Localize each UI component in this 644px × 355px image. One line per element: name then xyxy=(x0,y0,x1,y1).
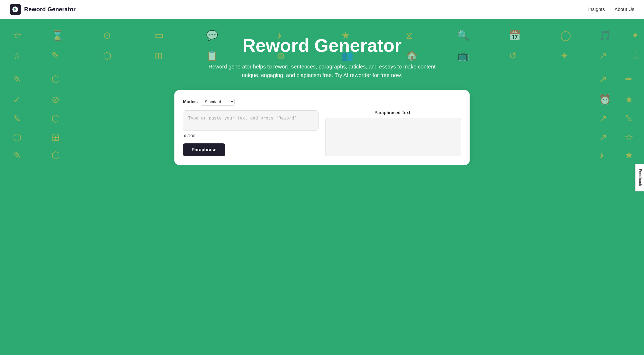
bg-icon: ⬡ xyxy=(52,150,60,160)
bg-icon: ⬡ xyxy=(52,74,60,84)
char-count-current: 0 xyxy=(184,133,186,138)
char-count-max: /200 xyxy=(187,133,195,138)
brand-logo xyxy=(10,4,21,15)
paraphrase-button[interactable]: Paraphrase xyxy=(183,143,225,156)
nav-links: Insights About Us xyxy=(588,7,634,12)
bg-icon: ⬡ xyxy=(13,133,21,142)
logo-icon xyxy=(12,6,19,13)
editor-columns: 0 /200 Paraphrase Paraphrased Text: xyxy=(183,110,461,156)
bg-icon: ★ xyxy=(625,150,633,160)
input-textarea[interactable] xyxy=(183,110,319,131)
main-card: Modes: Standard Fluency Creative Formal … xyxy=(174,90,470,165)
modes-row: Modes: Standard Fluency Creative Formal … xyxy=(183,98,461,106)
input-panel: 0 /200 Paraphrase xyxy=(183,110,319,156)
hero-title: Reword Generator xyxy=(5,35,639,56)
bg-icon: ✎ xyxy=(625,114,633,124)
svg-point-0 xyxy=(14,9,16,10)
nav-about-us[interactable]: About Us xyxy=(614,7,634,12)
feedback-tab[interactable]: Feedback xyxy=(635,164,644,191)
bg-icon: ↗ xyxy=(599,114,607,124)
bg-icon: ★ xyxy=(625,95,633,104)
hero-section: ☆⌛⊙▭💬♪★⧖🔍📅◯🎵✦☆✎⬡⊞📋⊕👥🏠📺↺✦↗☆✎⬡✓⊘✎⬡↗✒⏰★↗✎⬡⊞… xyxy=(0,19,644,165)
char-count: 0 /200 xyxy=(183,133,319,138)
bg-icon: ✓ xyxy=(13,95,21,104)
bg-icon: ✎ xyxy=(13,150,21,160)
bg-icon: ⏰ xyxy=(599,95,611,104)
bg-icon: ↗ xyxy=(599,133,607,142)
bg-icon: ↗ xyxy=(599,74,607,84)
output-textarea[interactable] xyxy=(325,118,461,156)
navbar: Reword Generator Insights About Us xyxy=(0,0,644,19)
hero-bottom xyxy=(0,165,644,186)
bg-icon: ♪ xyxy=(599,150,604,160)
brand: Reword Generator xyxy=(10,4,76,15)
bg-icon: ✒ xyxy=(625,74,633,84)
bg-icon: ☆ xyxy=(625,133,633,142)
hero-subtitle: Reword generator helps to reword sentenc… xyxy=(201,62,443,79)
bg-icon: ✎ xyxy=(13,74,21,84)
output-label: Paraphrased Text: xyxy=(325,110,461,115)
modes-label: Modes: xyxy=(183,99,198,104)
brand-name: Reword Generator xyxy=(24,6,76,13)
output-panel: Paraphrased Text: xyxy=(325,110,461,156)
modes-select[interactable]: Standard Fluency Creative Formal Academi… xyxy=(201,98,235,106)
bg-icon: ⊞ xyxy=(52,133,60,142)
nav-insights[interactable]: Insights xyxy=(588,7,605,12)
bg-icon: ⬡ xyxy=(52,114,60,124)
bg-icon: ✎ xyxy=(13,114,21,124)
bg-icon: ⊘ xyxy=(52,95,60,104)
